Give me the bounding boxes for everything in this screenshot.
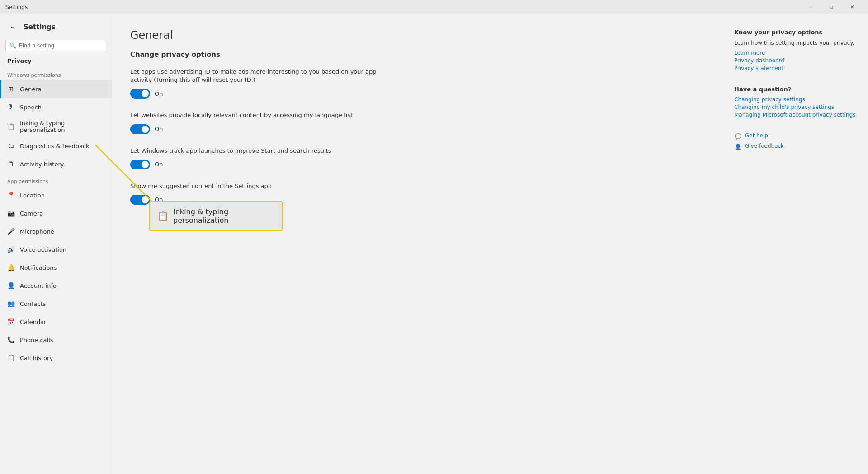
nav-label-inking: Inking & typing personalization bbox=[20, 120, 104, 133]
search-box[interactable]: 🔍 bbox=[5, 40, 106, 51]
nav-label-activity: Activity history bbox=[20, 161, 64, 168]
sidebar-item-contacts[interactable]: 👥 Contacts bbox=[0, 295, 112, 313]
app-permissions-label: App permissions bbox=[0, 173, 112, 186]
nav-icon-voice: 🔊 bbox=[7, 246, 14, 253]
toggle-label-track_launches: On bbox=[155, 161, 163, 168]
sidebar-item-call_history[interactable]: 📋 Call history bbox=[0, 349, 112, 367]
get-help-link[interactable]: Get help bbox=[745, 132, 768, 139]
toggle-language_list[interactable] bbox=[130, 124, 150, 134]
sidebar-item-phone_calls[interactable]: 📞 Phone calls bbox=[0, 331, 112, 349]
setting-suggested_content: Show me suggested content in the Setting… bbox=[130, 182, 705, 205]
sidebar-item-voice[interactable]: 🔊 Voice activation bbox=[0, 240, 112, 258]
nav-icon-speech: 🎙 bbox=[7, 103, 14, 111]
toggle-label-language_list: On bbox=[155, 126, 163, 132]
sidebar-app-title: Settings bbox=[24, 23, 56, 31]
nav-icon-notifications: 🔔 bbox=[7, 264, 14, 271]
nav-icon-account: 👤 bbox=[7, 282, 14, 289]
page-title: General bbox=[130, 29, 705, 42]
nav-label-phone_calls: Phone calls bbox=[20, 337, 53, 343]
privacy-links: Learn morePrivacy dashboardPrivacy state… bbox=[734, 50, 857, 71]
give-feedback-link[interactable]: Give feedback bbox=[745, 143, 784, 149]
nav-label-camera: Camera bbox=[20, 210, 43, 217]
sidebar-item-general[interactable]: ⊞ General bbox=[0, 80, 112, 98]
toggle-row-track_launches: On bbox=[130, 160, 705, 169]
toggle-advertising_id[interactable] bbox=[130, 89, 150, 99]
nav-icon-camera: 📷 bbox=[7, 210, 14, 217]
sidebar-item-activity[interactable]: 🗒 Activity history bbox=[0, 155, 112, 173]
link-changing_privacy[interactable]: Changing privacy settings bbox=[734, 96, 857, 103]
nav-label-calendar: Calendar bbox=[20, 319, 46, 325]
windows-nav: ⊞ General 🎙 Speech 📋 Inking & typing per… bbox=[0, 80, 112, 173]
nav-label-account: Account info bbox=[20, 282, 57, 289]
nav-icon-location: 📍 bbox=[7, 192, 14, 199]
link-microsoft_account[interactable]: Managing Microsoft account privacy setti… bbox=[734, 112, 857, 118]
titlebar: Settings ─ □ ✕ bbox=[0, 0, 868, 14]
titlebar-title: Settings bbox=[5, 4, 800, 10]
nav-label-voice: Voice activation bbox=[20, 246, 66, 253]
nav-icon-calendar: 📅 bbox=[7, 318, 14, 325]
search-icon: 🔍 bbox=[9, 42, 16, 49]
back-button[interactable]: ← bbox=[5, 20, 20, 34]
sidebar-item-inking[interactable]: 📋 Inking & typing personalization bbox=[0, 116, 112, 137]
nav-icon-activity: 🗒 bbox=[7, 160, 14, 168]
sidebar-item-location[interactable]: 📍 Location bbox=[0, 186, 112, 204]
know-privacy-text: Learn how this setting impacts your priv… bbox=[734, 39, 857, 47]
toggle-row-advertising_id: On bbox=[130, 89, 705, 99]
nav-icon-phone_calls: 📞 bbox=[7, 336, 14, 343]
sidebar-item-microphone[interactable]: 🎤 Microphone bbox=[0, 222, 112, 240]
feedback-row: 👤 Give feedback bbox=[734, 143, 857, 150]
know-privacy-section: Know your privacy options Learn how this… bbox=[734, 29, 857, 71]
sidebar-item-notifications[interactable]: 🔔 Notifications bbox=[0, 258, 112, 277]
sidebar: ← Settings 🔍 Privacy Windows permissions… bbox=[0, 14, 112, 474]
setting-desc-language_list: Let websites provide locally relevant co… bbox=[130, 111, 392, 119]
toggle-suggested_content[interactable] bbox=[130, 195, 150, 205]
privacy-label: Privacy bbox=[0, 55, 112, 67]
feedback-icon: 👤 bbox=[734, 143, 741, 150]
question-title: Have a question? bbox=[734, 86, 857, 93]
toggle-track_launches[interactable] bbox=[130, 160, 150, 169]
app-container: ← Settings 🔍 Privacy Windows permissions… bbox=[0, 14, 868, 474]
sidebar-item-camera[interactable]: 📷 Camera bbox=[0, 204, 112, 222]
restore-button[interactable]: □ bbox=[821, 0, 842, 14]
nav-icon-inking: 📋 bbox=[7, 123, 14, 130]
link-privacy_dashboard[interactable]: Privacy dashboard bbox=[734, 57, 857, 64]
setting-desc-suggested_content: Show me suggested content in the Setting… bbox=[130, 182, 392, 190]
toggle-row-language_list: On bbox=[130, 124, 705, 134]
nav-label-general: General bbox=[20, 86, 43, 93]
search-input[interactable] bbox=[19, 42, 102, 49]
nav-label-notifications: Notifications bbox=[20, 264, 57, 271]
close-button[interactable]: ✕ bbox=[842, 0, 863, 14]
question-links: Changing privacy settingsChanging my chi… bbox=[734, 96, 857, 118]
know-privacy-title: Know your privacy options bbox=[734, 29, 857, 36]
titlebar-controls: ─ □ ✕ bbox=[800, 0, 863, 14]
nav-icon-microphone: 🎤 bbox=[7, 228, 14, 235]
toggle-row-suggested_content: On bbox=[130, 195, 705, 205]
link-learn_more[interactable]: Learn more bbox=[734, 50, 857, 56]
question-section: Have a question? Changing privacy settin… bbox=[734, 86, 857, 118]
section-title: Change privacy options bbox=[130, 51, 705, 59]
nav-icon-call_history: 📋 bbox=[7, 354, 14, 361]
sidebar-item-calendar[interactable]: 📅 Calendar bbox=[0, 313, 112, 331]
help-icon: 💬 bbox=[734, 133, 741, 140]
nav-icon-general: ⊞ bbox=[7, 85, 14, 93]
setting-language_list: Let websites provide locally relevant co… bbox=[130, 111, 705, 134]
link-privacy_statement[interactable]: Privacy statement bbox=[734, 65, 857, 71]
minimize-button[interactable]: ─ bbox=[800, 0, 821, 14]
setting-track_launches: Let Windows track app launches to improv… bbox=[130, 147, 705, 169]
setting-desc-advertising_id: Let apps use advertising ID to make ads … bbox=[130, 68, 392, 84]
sidebar-item-diagnostics[interactable]: 🗂 Diagnostics & feedback bbox=[0, 137, 112, 155]
settings-list: Let apps use advertising ID to make ads … bbox=[130, 68, 705, 205]
sidebar-item-speech[interactable]: 🎙 Speech bbox=[0, 98, 112, 116]
right-panel: Know your privacy options Learn how this… bbox=[723, 14, 868, 474]
setting-advertising_id: Let apps use advertising ID to make ads … bbox=[130, 68, 705, 99]
link-child_privacy[interactable]: Changing my child's privacy settings bbox=[734, 104, 857, 110]
nav-icon-diagnostics: 🗂 bbox=[7, 142, 14, 150]
help-section: 💬 Get help 👤 Give feedback bbox=[734, 132, 857, 150]
nav-icon-contacts: 👥 bbox=[7, 300, 14, 307]
nav-label-location: Location bbox=[20, 192, 45, 199]
toggle-label-suggested_content: On bbox=[155, 196, 163, 203]
get-help-row: 💬 Get help bbox=[734, 132, 857, 140]
main-content: General Change privacy options Let apps … bbox=[112, 14, 723, 474]
sidebar-item-account[interactable]: 👤 Account info bbox=[0, 277, 112, 295]
windows-permissions-label: Windows permissions bbox=[0, 67, 112, 80]
